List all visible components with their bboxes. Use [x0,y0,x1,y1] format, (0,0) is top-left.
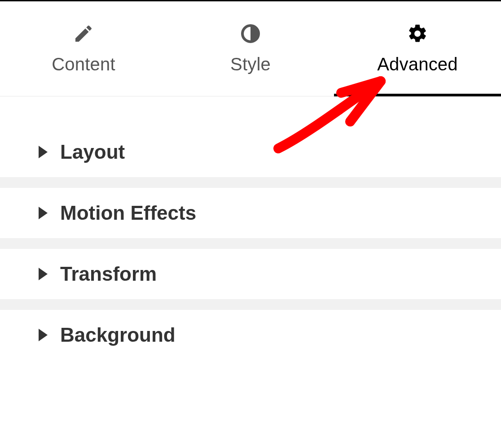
editor-panel: Content Style Advanced Layout [0,0,501,448]
divider [0,238,501,249]
caret-right-icon [39,207,48,219]
half-circle-icon [240,23,261,44]
tab-content-label: Content [52,54,115,74]
section-background[interactable]: Background [0,310,501,360]
sections: Layout Motion Effects Transform Backgrou… [0,96,501,360]
section-background-label: Background [60,324,176,346]
tab-style-label: Style [230,54,271,74]
section-transform-label: Transform [60,263,157,285]
section-layout[interactable]: Layout [0,127,501,177]
tab-advanced-label: Advanced [377,54,458,74]
caret-right-icon [39,146,48,158]
pencil-icon [73,23,94,44]
gear-icon [407,23,428,44]
tabs: Content Style Advanced [0,1,501,96]
section-layout-label: Layout [60,141,125,163]
tab-advanced[interactable]: Advanced [334,1,501,96]
section-transform[interactable]: Transform [0,249,501,299]
section-motion-effects[interactable]: Motion Effects [0,188,501,238]
section-motion-effects-label: Motion Effects [60,202,196,224]
caret-right-icon [39,268,48,280]
caret-right-icon [39,329,48,341]
divider [0,299,501,310]
tab-style[interactable]: Style [167,1,334,96]
divider [0,177,501,188]
tab-content[interactable]: Content [0,1,167,96]
